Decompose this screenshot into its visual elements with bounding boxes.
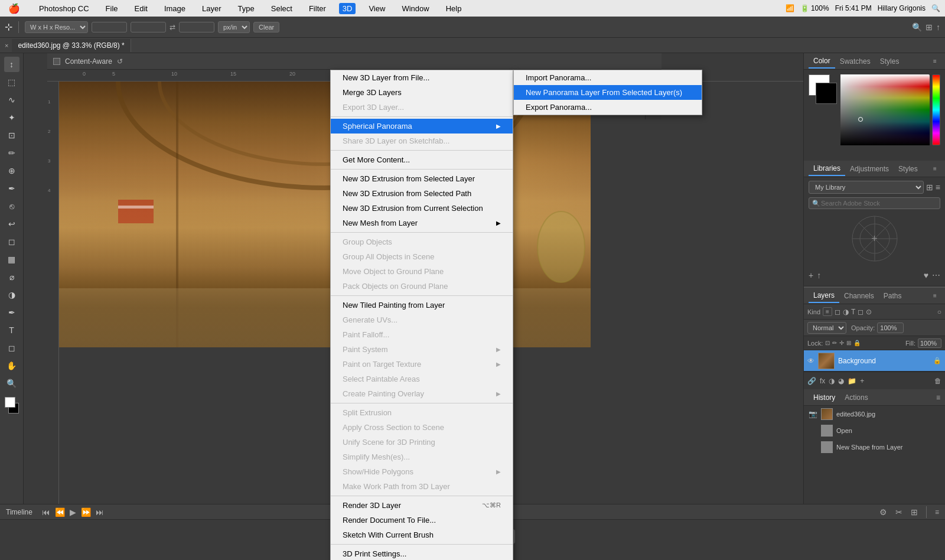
- menu-file[interactable]: File: [102, 3, 122, 14]
- menu-photoshop[interactable]: Photoshop CC: [35, 3, 93, 14]
- menu-view[interactable]: View: [365, 3, 389, 14]
- submenu-item-new-panorama-layer[interactable]: New Panorama Layer From Selected Layer(s…: [514, 85, 702, 100]
- share-icon[interactable]: ↑: [936, 22, 940, 32]
- timeline-split-icon[interactable]: ✂: [895, 507, 902, 517]
- hand-tool[interactable]: ✋: [4, 358, 19, 373]
- layer-link-icon[interactable]: 🔗: [807, 377, 816, 385]
- selection-tool[interactable]: ⬚: [4, 74, 19, 90]
- content-aware-rotate[interactable]: ↺: [117, 57, 123, 66]
- library-search-input[interactable]: [809, 197, 940, 209]
- more-library-icon[interactable]: ⋯: [932, 271, 940, 280]
- tab-history[interactable]: History: [809, 391, 840, 404]
- tab-edited360[interactable]: edited360.jpg @ 33.3% (RGB/8) *: [12, 39, 131, 52]
- grid-view-icon[interactable]: ⊞: [926, 183, 933, 192]
- history-panel-menu[interactable]: ≡: [936, 393, 940, 402]
- heart-library-icon[interactable]: ♥: [924, 271, 928, 280]
- tab-actions[interactable]: Actions: [840, 391, 872, 404]
- layer-delete-icon[interactable]: 🗑: [934, 377, 941, 385]
- crop-tool[interactable]: ⊡: [4, 128, 19, 143]
- history-brush-tool[interactable]: ↩: [4, 216, 19, 232]
- menu-item-get-more-content[interactable]: Get More Content...: [331, 152, 513, 167]
- layer-adjustment-icon[interactable]: ◕: [838, 377, 844, 385]
- plus-icon[interactable]: +: [871, 233, 878, 245]
- menu-item-3d-print-settings[interactable]: 3D Print Settings...: [331, 546, 513, 560]
- layer-filter-kind[interactable]: ≡: [823, 307, 832, 316]
- close-tab-icon[interactable]: ×: [5, 42, 8, 49]
- lock-position-icon[interactable]: ✛: [839, 340, 844, 346]
- menu-select[interactable]: Select: [268, 3, 296, 14]
- menu-help[interactable]: Help: [442, 3, 465, 14]
- timeline-play[interactable]: ▶: [70, 507, 76, 517]
- color-spectrum[interactable]: [840, 74, 930, 145]
- tab-paths[interactable]: Paths: [879, 289, 907, 302]
- shape-tool[interactable]: ◻: [4, 340, 19, 356]
- timeline-goto-start[interactable]: ⏮: [42, 507, 50, 517]
- swap-icon[interactable]: ⇄: [170, 23, 175, 31]
- layer-mask-icon[interactable]: ◑: [829, 377, 835, 385]
- lasso-tool[interactable]: ∿: [4, 92, 19, 108]
- eraser-tool[interactable]: ◻: [4, 234, 19, 249]
- timeline-more-icon[interactable]: ≡: [935, 508, 939, 516]
- menu-item-new-3d-extrusion-selected[interactable]: New 3D Extrusion from Selected Layer: [331, 171, 513, 186]
- menu-item-sketch-with-brush[interactable]: Sketch With Current Brush: [331, 528, 513, 542]
- layer-visibility-icon[interactable]: 👁: [807, 357, 814, 365]
- lock-artboard-icon[interactable]: ⊞: [846, 340, 851, 346]
- menu-filter[interactable]: Filter: [305, 3, 330, 14]
- layers-menu-icon[interactable]: ≡: [930, 291, 940, 301]
- menu-type[interactable]: Type: [234, 3, 258, 14]
- timeline-prev-frame[interactable]: ⏪: [55, 507, 65, 517]
- menu-window[interactable]: Window: [398, 3, 432, 14]
- menu-item-merge-3d[interactable]: Merge 3D Layers: [331, 85, 513, 100]
- tool-icon[interactable]: ⊹: [5, 21, 12, 32]
- magic-wand-tool[interactable]: ✦: [4, 110, 19, 125]
- spot-healing-tool[interactable]: ⊕: [4, 163, 19, 178]
- timeline-settings-icon[interactable]: ⚙: [879, 507, 887, 517]
- filter-pixel-icon[interactable]: ◻: [835, 308, 840, 316]
- opacity-input[interactable]: [877, 323, 904, 333]
- history-item-snapshot[interactable]: 📷 edited360.jpg: [804, 406, 945, 422]
- lock-transparent-icon[interactable]: ⊡: [825, 340, 830, 346]
- menu-item-new-3d-extrusion-current[interactable]: New 3D Extrusion from Current Selection: [331, 201, 513, 216]
- libraries-menu-icon[interactable]: ≡: [930, 164, 940, 174]
- tab-color[interactable]: Color: [809, 54, 835, 69]
- lock-pixels-icon[interactable]: ✏: [832, 340, 837, 346]
- canvas-area[interactable]: Content-Aware ↺ 0 5 10 15 20 25 30 1 2 3…: [24, 53, 803, 560]
- tab-layers[interactable]: Layers: [809, 289, 839, 303]
- filter-toggle[interactable]: ○: [937, 308, 941, 316]
- blur-tool[interactable]: ⌀: [4, 269, 19, 285]
- submenu-item-export-panorama[interactable]: Export Panorama...: [514, 100, 702, 115]
- menu-image[interactable]: Image: [161, 3, 189, 14]
- timeline-goto-end[interactable]: ⏭: [96, 507, 104, 517]
- zoom-tool[interactable]: 🔍: [4, 376, 19, 391]
- add-library-icon[interactable]: +: [809, 271, 813, 280]
- tab-libraries[interactable]: Libraries: [809, 162, 845, 176]
- tab-styles[interactable]: Styles: [875, 55, 904, 68]
- brush-tool[interactable]: ✒: [4, 181, 19, 196]
- search-icon-toolbar[interactable]: 🔍: [912, 22, 922, 32]
- layer-new-icon[interactable]: +: [860, 377, 864, 385]
- menu-item-new-3d-extrusion-path[interactable]: New 3D Extrusion from Selected Path: [331, 186, 513, 201]
- dodge-tool[interactable]: ◑: [4, 287, 19, 302]
- history-item-new-shape[interactable]: 📷 New Shape from Layer: [804, 439, 945, 455]
- tab-styles-lib[interactable]: Styles: [894, 162, 923, 175]
- unit-select[interactable]: px/in: [218, 21, 250, 33]
- bg-swatch[interactable]: [816, 83, 837, 104]
- timeline-expand-icon[interactable]: ⊞: [911, 507, 918, 517]
- menu-3d[interactable]: 3D: [339, 3, 356, 14]
- blend-mode-select[interactable]: Normal: [807, 322, 846, 334]
- menu-layer[interactable]: Layer: [198, 3, 225, 14]
- history-item-open[interactable]: 📷 Open: [804, 422, 945, 439]
- menu-item-new-tiled-painting[interactable]: New Tiled Painting from Layer: [331, 298, 513, 312]
- eyedropper-tool[interactable]: ✏: [4, 145, 19, 161]
- tab-swatches[interactable]: Swatches: [835, 55, 875, 68]
- tab-channels[interactable]: Channels: [839, 289, 879, 302]
- filter-text-icon[interactable]: T: [851, 308, 855, 316]
- menu-item-new-3d-layer[interactable]: New 3D Layer from File...: [331, 70, 513, 85]
- clone-stamp-tool[interactable]: ⎋: [4, 198, 19, 214]
- text-tool[interactable]: T: [4, 323, 19, 338]
- menu-edit[interactable]: Edit: [131, 3, 151, 14]
- panels-icon[interactable]: ⊞: [926, 22, 933, 32]
- fill-input[interactable]: [918, 338, 941, 348]
- menu-item-spherical-panorama[interactable]: Spherical Panorama ▶: [331, 119, 513, 134]
- upload-library-icon[interactable]: ↑: [817, 271, 821, 280]
